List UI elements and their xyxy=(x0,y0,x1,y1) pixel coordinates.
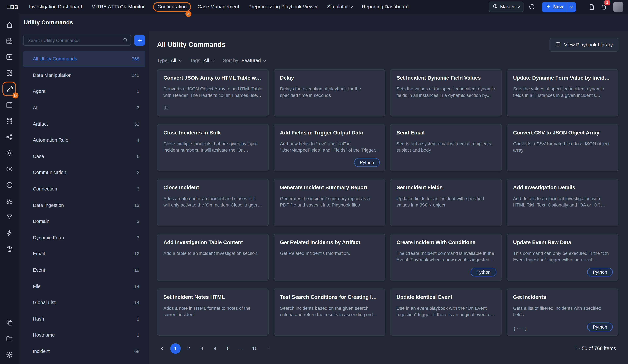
command-description: Add a table to an incident investigation… xyxy=(163,250,262,257)
page-button-3[interactable]: 3 xyxy=(197,343,207,354)
command-card[interactable]: Add Investigation Table Content Add a ta… xyxy=(157,234,269,281)
chevron-down-icon xyxy=(350,4,353,8)
new-button[interactable]: New xyxy=(542,2,576,12)
sidebar-item-connection[interactable]: Connection 3 xyxy=(23,181,145,197)
command-card[interactable]: Get Incidents Gets a list of filtered in… xyxy=(507,289,618,336)
lightning-automation-icon[interactable] xyxy=(2,225,17,241)
command-card[interactable]: Update Event Raw Data This command can o… xyxy=(507,234,618,281)
sidebar-item-all-utility-commands[interactable]: All Utility Commands 768 xyxy=(23,51,145,67)
notifications-icon[interactable]: 1 xyxy=(600,3,607,10)
command-card[interactable]: Add Fields in Trigger Output Data Add ne… xyxy=(274,124,385,171)
sidebar-item-agent[interactable]: Agent 1 xyxy=(23,83,145,100)
new-button-dropdown[interactable] xyxy=(567,2,576,12)
sidebar-item-automation-rule[interactable]: Automation Rule 4 xyxy=(23,132,145,148)
folder-files-icon[interactable] xyxy=(2,330,17,347)
sidebar-item-dynamic-form[interactable]: Dynamic Form 7 xyxy=(23,230,145,246)
page-button-5[interactable]: 5 xyxy=(223,343,234,354)
command-card[interactable]: Update Identical Event Use in an event p… xyxy=(390,289,502,336)
sidebar-item-case[interactable]: Case 6 xyxy=(23,148,145,165)
schedule-calendar-icon[interactable] xyxy=(2,97,17,113)
sidebar-item-data-manipulation[interactable]: Data Manipulation 241 xyxy=(23,67,145,83)
sidebar-item-data-ingestion[interactable]: Data Ingestion 13 xyxy=(23,197,145,213)
nav-item-preprocessing-playbook-viewer[interactable]: Preprocessing Playbook Viewer xyxy=(245,2,321,12)
video-player-icon[interactable] xyxy=(2,49,17,65)
page-button-4[interactable]: 4 xyxy=(210,343,220,354)
sidebar-item-count: 4 xyxy=(137,138,140,142)
sidebar-item-label: File xyxy=(33,283,41,289)
command-card[interactable]: Test Search Conditions for Creating Inci… xyxy=(274,289,385,336)
sidebar-item-global-list[interactable]: Global List 14 xyxy=(23,294,145,310)
sidebar-item-incident[interactable]: Incident 68 xyxy=(23,343,145,359)
nav-item-investigation-dashboard[interactable]: Investigation Dashboard xyxy=(25,2,86,12)
data-stack-icon[interactable] xyxy=(2,113,17,129)
command-card[interactable]: Convert CSV to JSON Object Array Convert… xyxy=(507,124,618,171)
command-card[interactable]: Convert JSON Array to HTML Table with...… xyxy=(157,69,269,117)
nav-item-case-management[interactable]: Case Management xyxy=(194,2,243,12)
command-card[interactable]: Get Related Incidents by Artifact Get Re… xyxy=(274,234,385,281)
main-nav: Investigation Dashboard MITRE ATT&CK Mon… xyxy=(25,0,414,13)
search-input[interactable] xyxy=(23,35,131,46)
sidebar-item-count: 68 xyxy=(134,349,139,354)
category-sidebar: All Utility Commands 768 Data Manipulati… xyxy=(18,31,149,364)
command-card[interactable]: Send Email Sends out a system email with… xyxy=(390,124,502,171)
page-button-16[interactable]: 16 xyxy=(249,343,260,354)
copy-layers-icon[interactable] xyxy=(2,314,17,330)
page-button-1[interactable]: 1 xyxy=(170,343,181,354)
command-card[interactable]: Set Incident Dynamic Field Values Sets t… xyxy=(390,69,502,117)
command-card[interactable]: Add Investigation Details Add details to… xyxy=(507,179,618,226)
command-description: Close multiple incidents that are given … xyxy=(163,141,262,154)
command-card[interactable]: Set Incident Fields Updates fields for a… xyxy=(390,179,502,226)
command-description: Sends out a system email with email reci… xyxy=(396,141,495,154)
nav-item-reporting-dashboard[interactable]: Reporting Dashboard xyxy=(358,2,412,12)
document-icon[interactable] xyxy=(588,3,595,10)
command-card[interactable]: Create Incident With Conditions The Crea… xyxy=(390,234,502,281)
home-icon[interactable] xyxy=(2,17,17,33)
command-card[interactable]: Generate Incident Summary Report Generat… xyxy=(274,179,385,226)
search-icon xyxy=(123,37,128,44)
command-card[interactable]: Close Incident Adds a note under an inci… xyxy=(157,179,269,226)
annotation-badge-b: b xyxy=(12,92,18,99)
sort-filter[interactable]: Sort by: Featured xyxy=(223,58,266,63)
nav-item-mitre-att-ck-monitor[interactable]: MITRE ATT&CK Monitor xyxy=(88,2,148,12)
chevron-down-icon xyxy=(211,58,215,61)
bottom-settings-gear-icon[interactable] xyxy=(2,347,17,363)
filter-funnel-icon[interactable] xyxy=(2,209,17,225)
command-title: Get Incidents xyxy=(513,294,612,300)
command-card[interactable]: Set Incident Notes HTML Adds a note in H… xyxy=(157,289,269,336)
sidebar-item-event[interactable]: Event 19 xyxy=(23,262,145,278)
sidebar-item-email[interactable]: Email 12 xyxy=(23,246,145,262)
puzzle-integrations-icon[interactable] xyxy=(2,65,17,81)
sidebar-item-communication[interactable]: Communication 2 xyxy=(23,165,145,181)
command-card[interactable]: Close Incidents in Bulk Close multiple i… xyxy=(157,124,269,171)
command-card[interactable]: Delay Delays the execution of playbook f… xyxy=(274,69,385,117)
command-title: Get Related Incidents by Artifact xyxy=(280,239,379,245)
next-page-button[interactable] xyxy=(263,343,273,354)
sidebar-item-hostname[interactable]: Hostname 1 xyxy=(23,327,145,343)
sidebar-item-artifact[interactable]: Artifact 52 xyxy=(23,116,145,132)
environment-selector[interactable]: Master xyxy=(488,2,524,12)
command-card[interactable]: Update Dynamic Form Value by Incident...… xyxy=(507,69,618,117)
avatar[interactable] xyxy=(613,2,623,12)
info-icon[interactable] xyxy=(529,3,535,10)
sidebar-item-count: 768 xyxy=(132,57,139,61)
binoculars-investigation-icon[interactable] xyxy=(2,193,17,209)
network-share-icon[interactable] xyxy=(2,129,17,145)
page-button-2[interactable]: 2 xyxy=(183,343,194,354)
nav-item-simulator[interactable]: Simulator xyxy=(323,2,356,12)
add-command-button[interactable] xyxy=(134,35,145,46)
sidebar-item-hash[interactable]: Hash 1 xyxy=(23,311,145,327)
web-globe-icon[interactable] xyxy=(2,177,17,193)
fingerprint-icon[interactable] xyxy=(2,241,17,257)
settings-gear-icon[interactable] xyxy=(2,145,17,161)
prev-page-button[interactable] xyxy=(157,343,167,354)
sidebar-item-domain[interactable]: Domain 3 xyxy=(23,213,145,229)
view-playbook-library-button[interactable]: View Playbook Library xyxy=(549,38,618,52)
utility-commands-wrench-icon[interactable]: b xyxy=(2,82,16,96)
tags-filter[interactable]: Tags: All xyxy=(190,58,214,63)
type-filter[interactable]: Type: All xyxy=(157,58,181,63)
broadcast-icon[interactable] xyxy=(2,161,17,177)
nav-item-configuration[interactable]: Configuration xyxy=(154,3,190,11)
sidebar-item-ai[interactable]: AI 3 xyxy=(23,100,145,116)
sidebar-item-file[interactable]: File 14 xyxy=(23,278,145,294)
calendar-check-icon[interactable] xyxy=(2,33,17,49)
